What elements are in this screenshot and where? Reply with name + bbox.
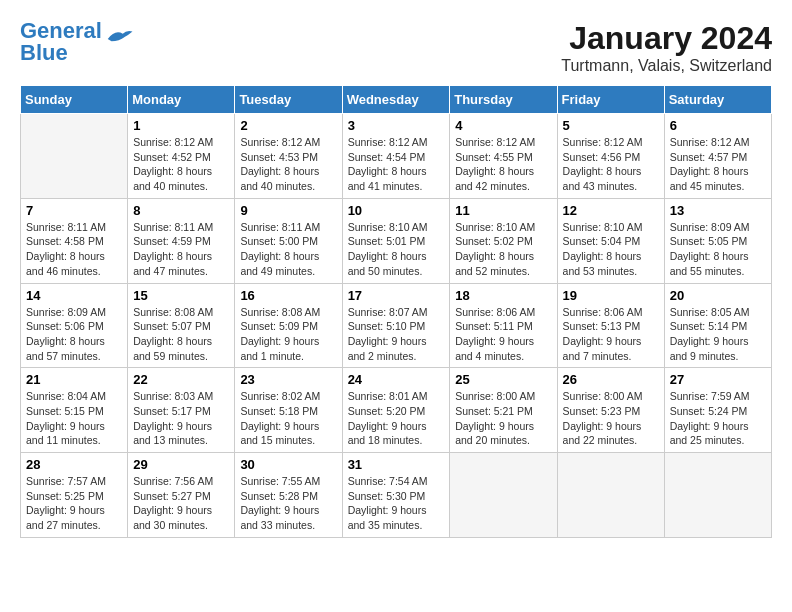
header: GeneralBlue January 2024 Turtmann, Valai… [20,20,772,75]
day-info: Sunrise: 8:12 AMSunset: 4:54 PMDaylight:… [348,135,445,194]
day-info: Sunrise: 8:01 AMSunset: 5:20 PMDaylight:… [348,389,445,448]
calendar-cell: 16Sunrise: 8:08 AMSunset: 5:09 PMDayligh… [235,283,342,368]
day-info: Sunrise: 8:11 AMSunset: 4:59 PMDaylight:… [133,220,229,279]
day-info: Sunrise: 8:12 AMSunset: 4:56 PMDaylight:… [563,135,659,194]
calendar-cell [664,453,771,538]
calendar-cell: 6Sunrise: 8:12 AMSunset: 4:57 PMDaylight… [664,114,771,199]
calendar-table: Sunday Monday Tuesday Wednesday Thursday… [20,85,772,538]
calendar-cell: 20Sunrise: 8:05 AMSunset: 5:14 PMDayligh… [664,283,771,368]
calendar-cell: 14Sunrise: 8:09 AMSunset: 5:06 PMDayligh… [21,283,128,368]
day-number: 11 [455,203,551,218]
calendar-cell: 9Sunrise: 8:11 AMSunset: 5:00 PMDaylight… [235,198,342,283]
day-info: Sunrise: 7:54 AMSunset: 5:30 PMDaylight:… [348,474,445,533]
calendar-cell: 18Sunrise: 8:06 AMSunset: 5:11 PMDayligh… [450,283,557,368]
calendar-cell: 30Sunrise: 7:55 AMSunset: 5:28 PMDayligh… [235,453,342,538]
day-info: Sunrise: 8:09 AMSunset: 5:06 PMDaylight:… [26,305,122,364]
day-number: 14 [26,288,122,303]
day-number: 22 [133,372,229,387]
day-info: Sunrise: 7:57 AMSunset: 5:25 PMDaylight:… [26,474,122,533]
day-number: 3 [348,118,445,133]
day-info: Sunrise: 8:00 AMSunset: 5:23 PMDaylight:… [563,389,659,448]
day-number: 1 [133,118,229,133]
day-info: Sunrise: 8:05 AMSunset: 5:14 PMDaylight:… [670,305,766,364]
day-number: 2 [240,118,336,133]
logo-text: GeneralBlue [20,20,102,64]
day-number: 10 [348,203,445,218]
col-saturday: Saturday [664,86,771,114]
col-sunday: Sunday [21,86,128,114]
calendar-cell: 28Sunrise: 7:57 AMSunset: 5:25 PMDayligh… [21,453,128,538]
title-area: January 2024 Turtmann, Valais, Switzerla… [561,20,772,75]
day-info: Sunrise: 7:55 AMSunset: 5:28 PMDaylight:… [240,474,336,533]
calendar-cell: 5Sunrise: 8:12 AMSunset: 4:56 PMDaylight… [557,114,664,199]
week-row-4: 21Sunrise: 8:04 AMSunset: 5:15 PMDayligh… [21,368,772,453]
day-number: 6 [670,118,766,133]
day-info: Sunrise: 8:11 AMSunset: 4:58 PMDaylight:… [26,220,122,279]
day-info: Sunrise: 8:12 AMSunset: 4:52 PMDaylight:… [133,135,229,194]
day-number: 17 [348,288,445,303]
calendar-cell: 25Sunrise: 8:00 AMSunset: 5:21 PMDayligh… [450,368,557,453]
day-number: 8 [133,203,229,218]
day-number: 30 [240,457,336,472]
day-info: Sunrise: 7:56 AMSunset: 5:27 PMDaylight:… [133,474,229,533]
col-tuesday: Tuesday [235,86,342,114]
calendar-cell: 23Sunrise: 8:02 AMSunset: 5:18 PMDayligh… [235,368,342,453]
day-info: Sunrise: 8:11 AMSunset: 5:00 PMDaylight:… [240,220,336,279]
calendar-cell: 31Sunrise: 7:54 AMSunset: 5:30 PMDayligh… [342,453,450,538]
day-number: 7 [26,203,122,218]
day-info: Sunrise: 8:10 AMSunset: 5:01 PMDaylight:… [348,220,445,279]
day-info: Sunrise: 8:12 AMSunset: 4:57 PMDaylight:… [670,135,766,194]
calendar-cell: 17Sunrise: 8:07 AMSunset: 5:10 PMDayligh… [342,283,450,368]
calendar-cell: 29Sunrise: 7:56 AMSunset: 5:27 PMDayligh… [128,453,235,538]
week-row-1: 1Sunrise: 8:12 AMSunset: 4:52 PMDaylight… [21,114,772,199]
day-info: Sunrise: 8:10 AMSunset: 5:02 PMDaylight:… [455,220,551,279]
day-info: Sunrise: 7:59 AMSunset: 5:24 PMDaylight:… [670,389,766,448]
col-friday: Friday [557,86,664,114]
calendar-cell: 4Sunrise: 8:12 AMSunset: 4:55 PMDaylight… [450,114,557,199]
calendar-cell: 24Sunrise: 8:01 AMSunset: 5:20 PMDayligh… [342,368,450,453]
calendar-cell: 21Sunrise: 8:04 AMSunset: 5:15 PMDayligh… [21,368,128,453]
calendar-cell: 2Sunrise: 8:12 AMSunset: 4:53 PMDaylight… [235,114,342,199]
day-number: 15 [133,288,229,303]
day-number: 13 [670,203,766,218]
calendar-cell: 1Sunrise: 8:12 AMSunset: 4:52 PMDaylight… [128,114,235,199]
calendar-cell: 12Sunrise: 8:10 AMSunset: 5:04 PMDayligh… [557,198,664,283]
day-info: Sunrise: 8:02 AMSunset: 5:18 PMDaylight:… [240,389,336,448]
day-info: Sunrise: 8:08 AMSunset: 5:09 PMDaylight:… [240,305,336,364]
calendar-cell [450,453,557,538]
calendar-cell: 19Sunrise: 8:06 AMSunset: 5:13 PMDayligh… [557,283,664,368]
day-number: 18 [455,288,551,303]
day-number: 12 [563,203,659,218]
calendar-cell: 7Sunrise: 8:11 AMSunset: 4:58 PMDaylight… [21,198,128,283]
calendar-cell: 26Sunrise: 8:00 AMSunset: 5:23 PMDayligh… [557,368,664,453]
page-subtitle: Turtmann, Valais, Switzerland [561,57,772,75]
week-row-5: 28Sunrise: 7:57 AMSunset: 5:25 PMDayligh… [21,453,772,538]
col-thursday: Thursday [450,86,557,114]
logo: GeneralBlue [20,20,134,64]
day-number: 5 [563,118,659,133]
col-monday: Monday [128,86,235,114]
day-number: 21 [26,372,122,387]
calendar-cell: 10Sunrise: 8:10 AMSunset: 5:01 PMDayligh… [342,198,450,283]
day-info: Sunrise: 8:00 AMSunset: 5:21 PMDaylight:… [455,389,551,448]
calendar-cell [557,453,664,538]
calendar-cell: 11Sunrise: 8:10 AMSunset: 5:02 PMDayligh… [450,198,557,283]
day-number: 25 [455,372,551,387]
day-info: Sunrise: 8:12 AMSunset: 4:55 PMDaylight:… [455,135,551,194]
calendar-cell: 8Sunrise: 8:11 AMSunset: 4:59 PMDaylight… [128,198,235,283]
week-row-2: 7Sunrise: 8:11 AMSunset: 4:58 PMDaylight… [21,198,772,283]
day-info: Sunrise: 8:07 AMSunset: 5:10 PMDaylight:… [348,305,445,364]
day-info: Sunrise: 8:08 AMSunset: 5:07 PMDaylight:… [133,305,229,364]
calendar-cell: 22Sunrise: 8:03 AMSunset: 5:17 PMDayligh… [128,368,235,453]
day-number: 23 [240,372,336,387]
day-info: Sunrise: 8:03 AMSunset: 5:17 PMDaylight:… [133,389,229,448]
day-info: Sunrise: 8:12 AMSunset: 4:53 PMDaylight:… [240,135,336,194]
day-number: 19 [563,288,659,303]
calendar-cell: 27Sunrise: 7:59 AMSunset: 5:24 PMDayligh… [664,368,771,453]
calendar-cell: 3Sunrise: 8:12 AMSunset: 4:54 PMDaylight… [342,114,450,199]
day-number: 24 [348,372,445,387]
day-info: Sunrise: 8:06 AMSunset: 5:13 PMDaylight:… [563,305,659,364]
day-number: 31 [348,457,445,472]
calendar-cell [21,114,128,199]
day-number: 26 [563,372,659,387]
